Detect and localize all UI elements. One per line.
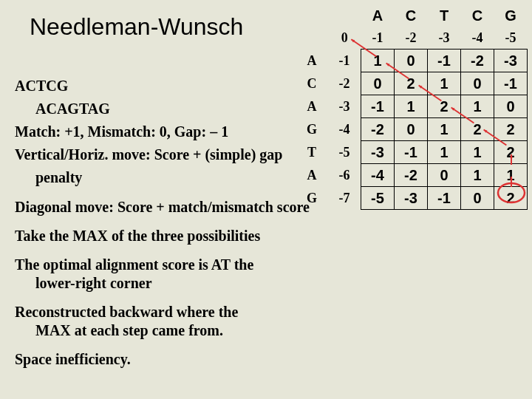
dp-cell: 0 (494, 95, 528, 118)
dp-cell: 0 (428, 164, 461, 187)
dp-cell: 1 (461, 95, 494, 118)
slide: Needleman-Wunsch ACTCG ACAGTAG Match: +1… (0, 0, 532, 399)
dp-cell: 0 (395, 118, 428, 141)
dp-cell: 0 (461, 72, 494, 95)
dp-cell: -2 (361, 118, 395, 141)
row-header: A (296, 50, 328, 72)
dp-cell: 2 (461, 118, 494, 141)
dp-cell: 0 (461, 187, 494, 210)
init-left: -4 (328, 118, 361, 141)
dp-cell: 1 (428, 141, 461, 164)
seq2: ACAGTAG (15, 100, 310, 118)
dp-cell: -2 (395, 164, 428, 187)
col-header: T (428, 4, 461, 27)
slide-title: Needleman-Wunsch (30, 13, 243, 41)
init-top: -5 (494, 27, 528, 50)
col-header: C (395, 4, 428, 27)
dp-cell: 1 (428, 72, 461, 95)
dp-cell: -1 (428, 50, 461, 72)
col-header: C (461, 4, 494, 27)
row-header: C (296, 72, 328, 95)
dp-cell: 2 (494, 141, 528, 164)
dp-cell: -5 (361, 187, 395, 210)
dp-cell: -3 (395, 187, 428, 210)
dp-cell: 1 (428, 118, 461, 141)
row-header: T (296, 141, 328, 164)
seq1: ACTCG (15, 77, 310, 95)
scoring-params: Match: +1, Mismatch: 0, Gap: – 1 (15, 123, 310, 141)
row-header: A (296, 95, 328, 118)
dp-cell: 0 (395, 50, 428, 72)
dp-cell: 0 (361, 72, 395, 95)
dp-cell: 2 (494, 187, 528, 210)
col-header: G (494, 4, 528, 27)
optimal-1: The optimal alignment score is AT the lo… (15, 256, 488, 293)
dp-matrix: ACTCG0-1-2-3-4-5A-110-1-2-3C-20210-1A-3-… (296, 4, 528, 210)
recon-1: Reconstructed backward where the MAX at … (15, 303, 488, 340)
vert-move-1: Vertical/Horiz. move: Score + (simple) g… (15, 146, 310, 164)
dp-cell: -2 (461, 50, 494, 72)
dp-cell: 1 (461, 141, 494, 164)
dp-cell: -1 (395, 141, 428, 164)
space-ineff: Space inefficiency. (15, 350, 488, 369)
dp-cell: 1 (361, 50, 395, 72)
dp-cell: 1 (461, 164, 494, 187)
dp-cell: -1 (494, 72, 528, 95)
dp-cell: 2 (428, 95, 461, 118)
dp-cell: 1 (395, 95, 428, 118)
dp-cell: 2 (494, 118, 528, 141)
dp-cell: -3 (361, 141, 395, 164)
init-left: -5 (328, 141, 361, 164)
row-header: G (296, 118, 328, 141)
init-top: -2 (395, 27, 428, 50)
init-top: -3 (428, 27, 461, 50)
lower-text: Diagonal move: Score + match/mismatch sc… (15, 198, 488, 379)
row-header: A (296, 164, 328, 187)
init-left: -7 (328, 187, 361, 210)
init-top: -4 (461, 27, 494, 50)
row-header: G (296, 187, 328, 210)
upper-text: ACTCG ACAGTAG Match: +1, Mismatch: 0, Ga… (15, 77, 310, 191)
take-max: Take the MAX of the three possibilities (15, 227, 488, 245)
init-left: -2 (328, 72, 361, 95)
dp-cell: -4 (361, 164, 395, 187)
init-left: -6 (328, 164, 361, 187)
dp-cell: 1 (494, 164, 528, 187)
dp-cell: -1 (428, 187, 461, 210)
col-header: A (361, 4, 395, 27)
dp-cell: 2 (395, 72, 428, 95)
init-left: -3 (328, 95, 361, 118)
dp-cell: -1 (361, 95, 395, 118)
vert-move-2: penalty (15, 168, 310, 187)
init-left: -1 (328, 50, 361, 72)
dp-cell: -3 (494, 50, 528, 72)
init-top: -1 (361, 27, 395, 50)
init-top: 0 (328, 27, 361, 50)
